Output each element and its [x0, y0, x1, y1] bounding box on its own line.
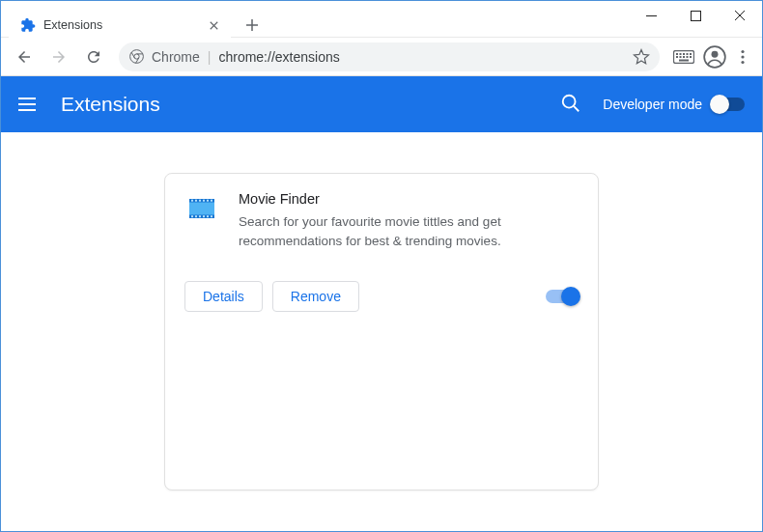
movie-finder-icon [184, 191, 219, 226]
back-button[interactable] [9, 42, 40, 72]
svg-point-27 [741, 49, 744, 52]
svg-point-29 [741, 60, 744, 63]
svg-rect-41 [191, 215, 193, 217]
svg-point-30 [563, 96, 576, 108]
chrome-icon [128, 49, 144, 65]
svg-rect-36 [195, 200, 197, 202]
svg-rect-44 [203, 215, 205, 217]
svg-rect-38 [203, 200, 205, 202]
omnibox-origin: Chrome [152, 49, 200, 65]
minimize-button[interactable] [629, 1, 673, 30]
extension-description: Search for your favourite movie tittles … [239, 212, 579, 250]
svg-rect-16 [683, 53, 685, 55]
dev-mode-toggle[interactable] [712, 98, 745, 111]
svg-rect-46 [211, 215, 212, 217]
extension-card: Movie Finder Search for your favourite m… [164, 173, 599, 490]
svg-rect-35 [191, 200, 193, 202]
omnibox-divider: | [208, 49, 212, 65]
tab-strip: Extensions [9, 9, 266, 42]
toolbar-right [669, 44, 754, 70]
svg-point-26 [712, 50, 719, 57]
browser-toolbar: Chrome | chrome://extensions [1, 38, 762, 76]
extensions-content: pcrisk.com Movie Finder Search for your … [1, 132, 762, 531]
address-bar[interactable]: Chrome | chrome://extensions [119, 42, 660, 71]
account-icon[interactable] [702, 44, 727, 70]
svg-rect-22 [687, 56, 689, 58]
tab-extensions[interactable]: Extensions [9, 9, 231, 42]
svg-rect-19 [676, 56, 678, 58]
menu-icon[interactable] [735, 49, 750, 65]
tab-close-icon[interactable] [206, 17, 221, 33]
svg-rect-39 [207, 200, 209, 202]
svg-rect-17 [687, 53, 689, 55]
details-button[interactable]: Details [184, 281, 263, 312]
card-actions: Details Remove [184, 281, 579, 312]
svg-rect-20 [680, 56, 682, 58]
browser-window: Extensions Chrome | chrome://extensions [0, 0, 763, 532]
maximize-button[interactable] [673, 1, 718, 30]
svg-rect-23 [690, 56, 692, 58]
search-icon[interactable] [560, 93, 583, 116]
svg-rect-40 [211, 200, 212, 202]
extension-enable-toggle[interactable] [546, 290, 579, 303]
page-title: Extensions [61, 93, 560, 116]
forward-button[interactable] [43, 42, 74, 72]
new-tab-button[interactable] [239, 12, 266, 39]
remove-button[interactable]: Remove [272, 281, 359, 312]
svg-rect-37 [199, 200, 201, 202]
close-button[interactable] [718, 1, 762, 30]
svg-rect-1 [691, 11, 700, 20]
svg-rect-43 [199, 215, 201, 217]
bookmark-star-icon[interactable] [633, 48, 650, 66]
svg-rect-15 [680, 53, 682, 55]
reload-button[interactable] [78, 42, 109, 72]
svg-line-31 [574, 106, 579, 111]
card-text: Movie Finder Search for your favourite m… [239, 191, 579, 250]
svg-point-28 [741, 55, 744, 58]
puzzle-icon [20, 17, 36, 33]
svg-rect-21 [683, 56, 685, 58]
extensions-header: Extensions Developer mode [1, 76, 762, 132]
svg-rect-18 [690, 53, 692, 55]
svg-rect-24 [679, 59, 689, 61]
card-header: Movie Finder Search for your favourite m… [184, 191, 579, 250]
dev-mode-label: Developer mode [603, 97, 702, 112]
keyboard-icon[interactable] [673, 50, 694, 64]
svg-rect-45 [207, 215, 209, 217]
tab-title: Extensions [43, 18, 206, 32]
svg-rect-14 [676, 53, 678, 55]
omnibox-url: chrome://extensions [218, 49, 625, 65]
svg-rect-42 [195, 215, 197, 217]
extension-name: Movie Finder [239, 191, 579, 207]
hamburger-icon[interactable] [18, 93, 42, 116]
